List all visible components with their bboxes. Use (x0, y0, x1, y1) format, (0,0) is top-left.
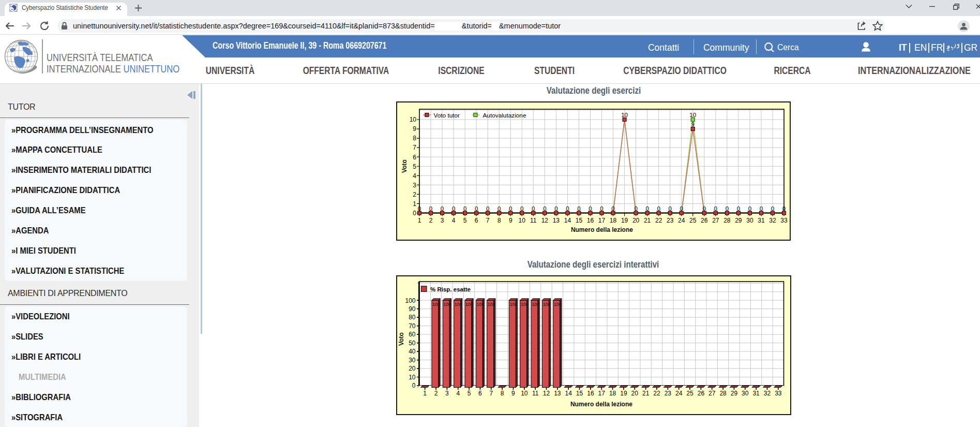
svg-text:19: 19 (621, 217, 628, 224)
svg-text:5: 5 (413, 163, 416, 170)
svg-text:100: 100 (454, 302, 462, 307)
svg-text:31: 31 (752, 390, 760, 397)
svg-text:8: 8 (413, 135, 416, 142)
svg-text:4: 4 (456, 390, 460, 397)
svg-text:10: 10 (518, 217, 525, 224)
svg-text:29: 29 (730, 390, 737, 397)
svg-text:6: 6 (474, 217, 478, 224)
svg-text:Autovalutazione: Autovalutazione (483, 112, 526, 119)
svg-text:15: 15 (575, 217, 582, 224)
svg-text:0: 0 (486, 205, 489, 212)
svg-text:0: 0 (451, 205, 455, 212)
svg-text:5: 5 (463, 217, 466, 224)
svg-text:28: 28 (719, 390, 727, 397)
svg-text:11: 11 (530, 217, 537, 224)
svg-text:20: 20 (631, 390, 638, 397)
svg-text:21: 21 (642, 390, 649, 397)
svg-text:20: 20 (632, 217, 639, 224)
svg-text:0: 0 (417, 205, 420, 212)
svg-text:28: 28 (723, 217, 731, 224)
svg-text:100: 100 (532, 302, 539, 307)
svg-text:14: 14 (565, 390, 572, 397)
svg-text:27: 27 (708, 390, 716, 397)
svg-text:100: 100 (405, 297, 415, 304)
svg-text:0: 0 (645, 205, 649, 212)
svg-text:0: 0 (577, 205, 580, 212)
svg-text:32: 32 (763, 390, 771, 397)
svg-text:10: 10 (409, 116, 416, 123)
svg-text:18: 18 (609, 390, 616, 397)
svg-text:22: 22 (655, 217, 662, 224)
svg-text:0: 0 (600, 205, 603, 212)
svg-text:0: 0 (736, 205, 740, 212)
svg-text:29: 29 (735, 217, 742, 224)
svg-text:100: 100 (520, 302, 528, 307)
svg-text:9: 9 (691, 121, 694, 127)
svg-text:% Risp. esatte: % Risp. esatte (430, 286, 471, 292)
svg-text:7: 7 (486, 217, 489, 224)
svg-text:10: 10 (521, 390, 528, 397)
svg-text:2: 2 (413, 191, 416, 198)
svg-text:100: 100 (509, 302, 517, 307)
svg-text:31: 31 (758, 217, 765, 224)
svg-text:30: 30 (742, 390, 749, 397)
svg-text:40: 40 (409, 348, 416, 355)
svg-text:50: 50 (409, 340, 416, 347)
svg-text:13: 13 (554, 390, 561, 397)
svg-text:0: 0 (634, 205, 637, 212)
svg-text:30: 30 (746, 217, 753, 224)
svg-text:8: 8 (497, 217, 501, 224)
svg-text:0: 0 (412, 382, 415, 389)
svg-text:12: 12 (541, 217, 548, 224)
svg-text:0: 0 (589, 205, 592, 212)
svg-text:10: 10 (621, 112, 628, 118)
svg-text:30: 30 (409, 357, 416, 364)
svg-text:0: 0 (413, 210, 416, 217)
svg-text:4: 4 (451, 217, 455, 224)
svg-text:26: 26 (697, 390, 704, 397)
svg-text:Voto: Voto (398, 332, 405, 346)
svg-text:0: 0 (668, 205, 671, 212)
svg-text:0: 0 (748, 205, 751, 212)
svg-text:0: 0 (771, 205, 774, 212)
svg-text:Voto tutor: Voto tutor (433, 112, 460, 119)
svg-text:16: 16 (587, 390, 594, 397)
svg-text:9: 9 (511, 390, 515, 397)
svg-text:0: 0 (566, 205, 569, 212)
svg-text:0: 0 (702, 205, 705, 212)
svg-text:26: 26 (701, 217, 708, 224)
svg-text:6: 6 (413, 154, 416, 161)
svg-text:Voto: Voto (400, 159, 408, 173)
svg-text:100: 100 (432, 302, 440, 307)
svg-text:19: 19 (620, 390, 627, 397)
svg-text:Numero della lezione: Numero della lezione (570, 226, 632, 233)
svg-text:5: 5 (467, 390, 471, 397)
svg-text:0: 0 (520, 205, 523, 212)
svg-text:0: 0 (680, 205, 683, 212)
svg-text:2: 2 (429, 217, 432, 224)
svg-text:1: 1 (423, 390, 427, 397)
svg-text:3: 3 (440, 217, 444, 224)
svg-text:60: 60 (409, 331, 416, 338)
svg-text:100: 100 (542, 302, 550, 307)
svg-text:24: 24 (675, 390, 683, 397)
svg-text:0: 0 (543, 205, 546, 212)
svg-text:3: 3 (445, 390, 449, 397)
svg-text:23: 23 (667, 217, 674, 224)
svg-text:23: 23 (664, 390, 671, 397)
svg-text:32: 32 (769, 217, 776, 224)
svg-text:0: 0 (440, 205, 443, 212)
svg-text:0: 0 (657, 205, 660, 212)
svg-text:20: 20 (409, 365, 416, 372)
svg-text:6: 6 (478, 390, 482, 397)
svg-text:25: 25 (686, 390, 693, 397)
svg-text:0: 0 (463, 205, 466, 212)
svg-text:4: 4 (413, 172, 416, 180)
svg-text:12: 12 (542, 390, 550, 397)
svg-text:27: 27 (712, 217, 719, 224)
svg-text:100: 100 (476, 302, 484, 307)
svg-text:24: 24 (678, 217, 685, 224)
svg-text:7: 7 (413, 144, 416, 151)
svg-text:10: 10 (409, 374, 416, 381)
svg-text:18: 18 (609, 217, 616, 224)
